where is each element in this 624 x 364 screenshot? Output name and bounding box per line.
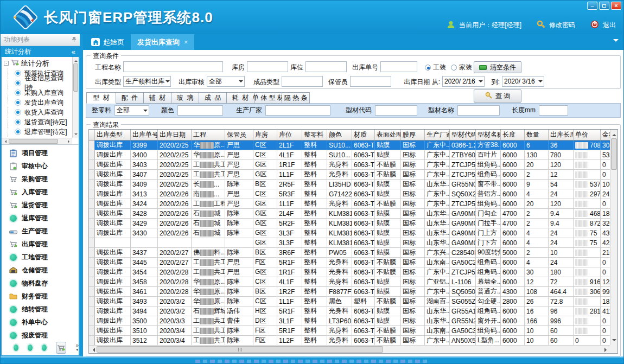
- cell-type[interactable]: 调拨出库: [95, 336, 131, 345]
- cell-price[interactable]: [574, 258, 601, 267]
- cell-type[interactable]: 调拨出库: [95, 306, 131, 316]
- cell-code[interactable]: SQ5050T20: [450, 287, 476, 296]
- cell-len[interactable]: 6000: [501, 258, 525, 267]
- row-header[interactable]: [89, 189, 95, 199]
- cell-loc[interactable]: 5R1F: [277, 326, 302, 335]
- sidebar-item-cart[interactable]: 采购管理: [2, 173, 79, 186]
- cell-code[interactable]: GA90M08.: [450, 228, 476, 238]
- cell-mat[interactable]: 6063-T5: [352, 141, 375, 150]
- cell-name[interactable]: 门勾企: [476, 209, 501, 218]
- tab-close-icon[interactable]: ×: [184, 39, 188, 46]
- profile-code-input[interactable]: [375, 105, 417, 116]
- cell-film[interactable]: 国标: [401, 267, 425, 277]
- cell-room[interactable]: B区: [253, 287, 277, 296]
- cell-whole[interactable]: 整料: [302, 336, 327, 345]
- cell-loc[interactable]: 1L2F: [277, 336, 302, 345]
- cell-film[interactable]: 国标: [401, 258, 425, 267]
- cell-keeper[interactable]: 曹佳: [225, 316, 253, 325]
- cell-code[interactable]: ZTBY607: [450, 150, 476, 159]
- search-button[interactable]: 查 询: [474, 90, 521, 103]
- cell-room[interactable]: C区: [253, 297, 277, 306]
- column-header-color[interactable]: 颜色: [327, 130, 352, 140]
- cell-keeper[interactable]: [225, 238, 253, 247]
- whole-part-select[interactable]: 全部: [114, 105, 149, 116]
- cell-color[interactable]: 黑色: [327, 297, 352, 306]
- tree-item[interactable]: 发货出库查询: [3, 98, 71, 107]
- cell-whole[interactable]: 整料: [302, 141, 327, 150]
- cell-keeper[interactable]: 陈琳: [225, 326, 253, 335]
- cell-film[interactable]: 国标: [401, 150, 425, 159]
- cell-date[interactable]: 2020/2/28: [158, 287, 192, 296]
- cell-type[interactable]: 调拨出库: [95, 326, 131, 335]
- cell-proj[interactable]: 华原...: [192, 277, 225, 286]
- cell-type[interactable]: 调拨出库: [95, 267, 131, 277]
- cell-maker[interactable]: 山东华...: [425, 219, 450, 228]
- loc-input[interactable]: [305, 61, 347, 72]
- cell-type[interactable]: 调拨出库: [95, 189, 131, 199]
- cell-outlen[interactable]: 780: [549, 150, 574, 159]
- cell-surf[interactable]: 不贴膜: [375, 170, 401, 179]
- cell-color[interactable]: 光身料: [327, 258, 352, 267]
- cell-type[interactable]: 调拨出库: [95, 228, 131, 238]
- cell-name[interactable]: 组角码...: [476, 326, 501, 335]
- column-header-name[interactable]: 型材名称: [476, 130, 501, 140]
- row-header[interactable]: [89, 326, 95, 335]
- cell-qty[interactable]: 6: [525, 141, 549, 150]
- column-header-qty[interactable]: 数量: [525, 130, 549, 140]
- cell-no[interactable]: 3510: [131, 326, 158, 335]
- cell-type[interactable]: 调拨出库: [95, 277, 131, 286]
- cell-type[interactable]: 调拨出库: [95, 209, 131, 218]
- cell-surf[interactable]: 不贴膜: [375, 297, 401, 306]
- table-row[interactable]: 调拨出库34452020/2/27工共工程严思F区5R1F整料光身料6063-T…: [89, 258, 617, 267]
- cell-room[interactable]: G区: [253, 199, 277, 208]
- cell-outlen[interactable]: 36: [549, 141, 574, 150]
- cell-room[interactable]: F区: [253, 326, 277, 335]
- cell-color[interactable]: 光身料: [327, 160, 352, 169]
- scrollbar-thumb[interactable]: [611, 138, 617, 170]
- cell-maker[interactable]: 山东华...: [425, 306, 450, 316]
- scroll-down-icon[interactable]: [74, 133, 78, 137]
- cell-film[interactable]: 国标: [401, 228, 425, 238]
- scroll-right-icon[interactable]: [604, 348, 609, 352]
- row-header[interactable]: [89, 160, 95, 169]
- cell-mat[interactable]: 6063-T5: [352, 170, 375, 179]
- cell-keeper[interactable]: 陈琳: [225, 297, 253, 306]
- cell-name[interactable]: 普通方...: [476, 287, 501, 296]
- audit-select[interactable]: 全部: [207, 76, 245, 87]
- column-header-len[interactable]: 长度: [501, 130, 525, 140]
- cell-price[interactable]: [574, 316, 601, 325]
- cell-code[interactable]: GR55N26: [450, 316, 476, 325]
- cell-keeper[interactable]: 陈琳: [225, 336, 253, 345]
- cell-surf[interactable]: 不贴膜: [375, 336, 401, 345]
- cell-price[interactable]: 75: [574, 238, 601, 247]
- sidebar-item-clipboard-blue[interactable]: 项目管理: [2, 146, 79, 159]
- table-row[interactable]: 调拨出库34372020/2/27佛料...陈琳B区3R6F整料PW056063…: [89, 248, 617, 258]
- cell-room[interactable]: G区: [253, 209, 277, 218]
- cell-surf[interactable]: 不贴膜: [375, 267, 401, 277]
- cell-date[interactable]: [158, 238, 192, 247]
- cell-keeper[interactable]: 严思: [225, 267, 253, 277]
- cell-no[interactable]: [131, 238, 158, 247]
- row-header[interactable]: [89, 287, 95, 296]
- cell-price[interactable]: [574, 150, 601, 159]
- column-header-loc[interactable]: 库位: [277, 130, 302, 140]
- cell-surf[interactable]: 贴膜: [375, 228, 401, 238]
- cell-price[interactable]: 2812: [574, 306, 601, 316]
- sidebar-item-dot[interactable]: 物料盘存: [2, 277, 79, 290]
- column-header-price[interactable]: 单价: [574, 130, 601, 140]
- scroll-left-icon[interactable]: [91, 348, 95, 352]
- date-to-picker[interactable]: 2020/ 3/16: [502, 76, 544, 87]
- cell-outlen[interactable]: 72.8: [549, 297, 574, 306]
- material-tab[interactable]: 辅 材: [144, 92, 171, 104]
- keeper-input[interactable]: [350, 76, 391, 87]
- cell-len[interactable]: 6000: [501, 141, 525, 150]
- cell-film[interactable]: 国标: [401, 287, 425, 296]
- radio-industrial[interactable]: 工装: [425, 63, 446, 72]
- column-header-keeper[interactable]: 保管员: [225, 130, 253, 140]
- cell-proj[interactable]: 南...: [192, 189, 225, 199]
- more-modules-button[interactable]: » ▾: [75, 343, 79, 352]
- cell-proj[interactable]: 石城: [192, 209, 225, 218]
- cell-film[interactable]: 国标: [401, 170, 425, 179]
- cell-color[interactable]: 光身料: [327, 170, 352, 179]
- cell-film[interactable]: 国标: [401, 297, 425, 306]
